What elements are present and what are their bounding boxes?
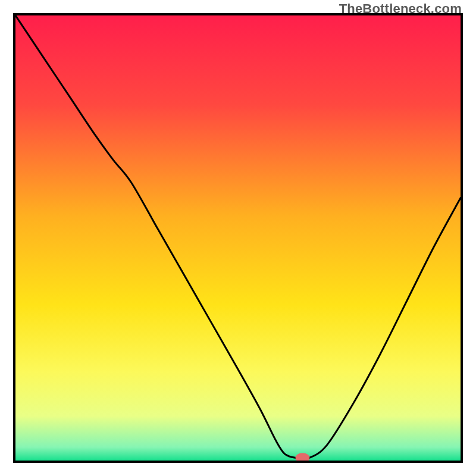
gradient-background	[15, 15, 461, 461]
plot-area	[13, 13, 463, 463]
chart-frame: TheBottleneck.com	[0, 0, 476, 476]
plot-svg	[15, 15, 461, 461]
